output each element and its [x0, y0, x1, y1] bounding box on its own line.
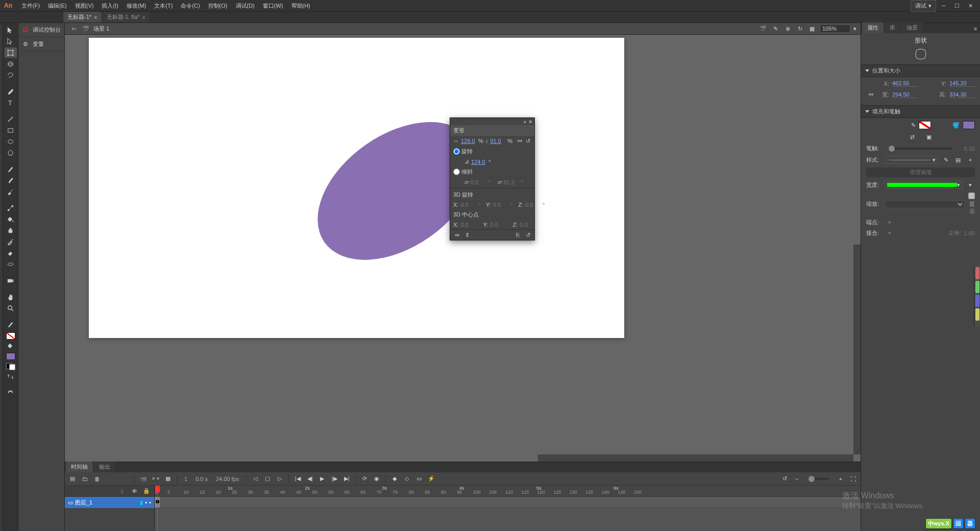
skew-radio[interactable]: 倾斜: [453, 168, 473, 176]
polystar-tool[interactable]: [5, 148, 17, 158]
scale-dropdown[interactable]: [885, 200, 965, 208]
hand-tool[interactable]: [5, 292, 17, 302]
hinting-checkbox[interactable]: 提示: [968, 192, 975, 215]
debug-console-item[interactable]: 🐞 调试控制台: [18, 23, 64, 37]
step-forward-button[interactable]: |▶: [330, 474, 339, 484]
stroke-color-swatch[interactable]: [919, 121, 931, 129]
visibility-icon[interactable]: 👁: [130, 487, 139, 496]
bone-tool[interactable]: [5, 203, 17, 213]
zoom-out-timeline-button[interactable]: −: [792, 474, 801, 484]
fill-stroke-group-header[interactable]: 填充和笔触: [861, 105, 980, 118]
x-position-input[interactable]: 462.55: [892, 80, 918, 87]
miter-value[interactable]: 1.00: [964, 230, 975, 236]
menu-window[interactable]: 窗口(W): [259, 0, 287, 12]
menu-help[interactable]: 帮助(H): [287, 0, 314, 12]
reset-transform-icon[interactable]: ↺: [524, 231, 531, 238]
resize-timeline-button[interactable]: ⛶: [848, 474, 857, 484]
width-options-icon[interactable]: ▾: [966, 180, 975, 189]
width-tool[interactable]: [5, 259, 17, 269]
menu-modify[interactable]: 修改(M): [122, 0, 151, 12]
vertical-scrollbar[interactable]: [853, 35, 861, 454]
pencil-tool[interactable]: [5, 164, 17, 174]
next-frame-button[interactable]: ▷: [275, 474, 284, 484]
3d-rotation-tool[interactable]: [5, 59, 17, 69]
swap-colors-button[interactable]: [5, 371, 17, 381]
transform-panel[interactable]: « ✕ 变形 ↔ 128.0% ↕ 91.0% ⚯ ↺ 旋转 ⊿: [450, 117, 535, 240]
fps-value[interactable]: 24.00 fps: [213, 476, 242, 482]
slider-thumb[interactable]: [808, 476, 815, 482]
document-tab-inactive[interactable]: 无标题-1. fla* ×: [103, 12, 150, 22]
scrollbar-thumb[interactable]: [65, 454, 538, 462]
tab-properties[interactable]: 属性: [862, 22, 884, 33]
workspace-preset-dropdown[interactable]: 调试 ▾: [911, 0, 936, 12]
reset-zoom-button[interactable]: ↺: [780, 474, 789, 484]
rotate-radio[interactable]: 旋转: [453, 148, 473, 155]
menu-command[interactable]: 命令(C): [177, 0, 204, 12]
zoom-level-input[interactable]: [820, 25, 850, 33]
timeline-zoom-slider[interactable]: [808, 478, 829, 480]
text-tool[interactable]: T: [5, 98, 17, 108]
add-style-icon[interactable]: +: [966, 155, 975, 164]
link-constrain-icon[interactable]: ⚯: [517, 137, 523, 144]
clip-stage-icon[interactable]: ▦: [807, 24, 817, 33]
stroke-weight-slider[interactable]: [889, 148, 952, 150]
paint-brush-tool[interactable]: [5, 186, 17, 197]
layer-row[interactable]: ▭ 图层_1 ▮ • •: [65, 497, 154, 508]
current-frame-number[interactable]: 1: [181, 476, 190, 482]
join-dropdown[interactable]: - ▾: [885, 230, 891, 236]
stage-area[interactable]: « ✕ 变形 ↔ 128.0% ↕ 91.0% ⚯ ↺ 旋转 ⊿: [65, 35, 861, 462]
menu-control[interactable]: 控制(O): [204, 0, 232, 12]
tab-scene[interactable]: 场景: [901, 22, 923, 33]
lasso-tool[interactable]: [5, 70, 17, 80]
chevron-down-icon[interactable]: ▾: [853, 26, 856, 32]
y-position-input[interactable]: 145.20: [949, 80, 975, 87]
frame-view-button[interactable]: ▢: [263, 474, 272, 484]
snap-to-object-button[interactable]: [5, 388, 17, 398]
panel-collapse-icon[interactable]: «: [523, 119, 526, 125]
stroke-style-dropdown[interactable]: ▾: [885, 156, 938, 164]
edit-scene-icon[interactable]: ✎: [771, 24, 780, 33]
insert-frame-button[interactable]: ▭: [414, 474, 424, 484]
flip-vertical-icon[interactable]: ⇕: [463, 231, 471, 238]
menu-insert[interactable]: 插入(I): [97, 0, 122, 12]
layer-name[interactable]: 图层_1: [75, 499, 92, 506]
reset-icon[interactable]: ↺: [525, 137, 531, 144]
transform-height-pct[interactable]: 91.0: [490, 138, 505, 144]
variables-item[interactable]: ⚙ 变量: [18, 37, 64, 52]
new-folder-button[interactable]: 🗀: [80, 474, 89, 484]
insert-keyframe-button[interactable]: ◆: [390, 474, 399, 484]
menu-view[interactable]: 视图(V): [71, 0, 98, 12]
clip-icon[interactable]: 🎬: [758, 24, 768, 33]
timeline-ruler[interactable]: 1510152025303540455055606570758085909510…: [155, 486, 861, 497]
height-input[interactable]: 334.30: [949, 91, 975, 98]
delete-layer-button[interactable]: 🗑: [92, 474, 102, 484]
insert-blank-keyframe-button[interactable]: ◇: [402, 474, 411, 484]
flip-horizontal-icon[interactable]: ⇔: [453, 231, 460, 238]
tab-timeline[interactable]: 时间轴: [66, 462, 93, 472]
pen-tool[interactable]: [5, 86, 17, 96]
scrollbar-thumb[interactable]: [853, 35, 861, 245]
lock-icon[interactable]: 🔒: [142, 487, 151, 496]
position-size-group-header[interactable]: 位置和大小: [861, 64, 980, 77]
edit-stroke-icon[interactable]: ✎: [941, 155, 950, 164]
zoom-tool[interactable]: [5, 303, 17, 313]
eyedropper-tool[interactable]: [5, 236, 17, 247]
layer-parent-button[interactable]: ⚬⚬: [151, 474, 160, 484]
layer-depth-button[interactable]: ▦: [163, 474, 173, 484]
scene-back-button[interactable]: ⇦: [69, 24, 78, 33]
loop-button[interactable]: ⟳: [360, 474, 369, 484]
stroke-weight-value[interactable]: 0.10: [960, 146, 975, 152]
onion-skin-button[interactable]: ◉: [372, 474, 381, 484]
new-layer-button[interactable]: ▤: [68, 474, 77, 484]
caps-dropdown[interactable]: - ▾: [885, 219, 891, 226]
rotate-stage-icon[interactable]: ↻: [795, 24, 804, 33]
maximize-button[interactable]: ☐: [951, 1, 963, 10]
document-tab-active[interactable]: 无标题-1* ×: [63, 12, 102, 22]
slider-thumb[interactable]: [889, 146, 895, 152]
rectangle-tool[interactable]: [5, 125, 17, 135]
camera-tool[interactable]: [5, 275, 17, 285]
menu-file[interactable]: 文件(F): [17, 0, 44, 12]
zoom-in-timeline-button[interactable]: +: [836, 474, 845, 484]
close-icon[interactable]: ×: [142, 14, 145, 20]
close-button[interactable]: ✕: [965, 1, 976, 10]
